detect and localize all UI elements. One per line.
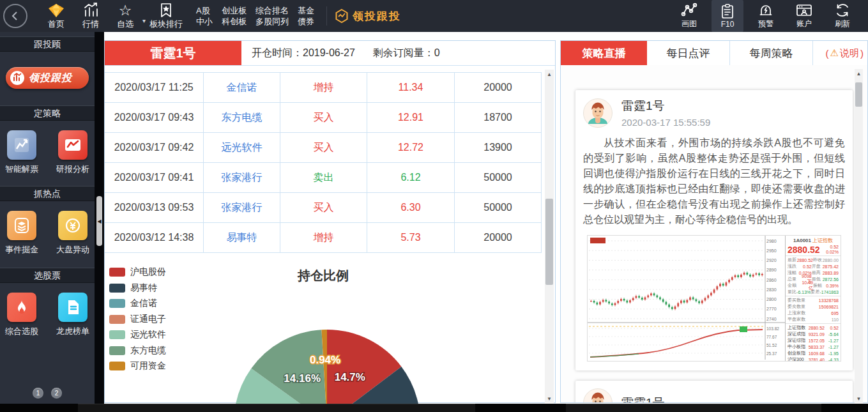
table-row[interactable]: 2020/03/12 14:38易事特增持5.7320000 xyxy=(105,223,542,253)
sidebar-item-smart-analysis[interactable]: 智能解票 xyxy=(1,130,42,175)
pagination-dot[interactable]: 2 xyxy=(51,388,62,399)
right-scrollbar[interactable]: ▲ ▼ xyxy=(855,69,863,403)
pie-percentage-label: 0.94% xyxy=(310,354,340,366)
quote-change: 0.520.02% xyxy=(826,245,839,255)
sidebar-item-report-analysis[interactable]: 研报分析 xyxy=(52,130,93,175)
trade-price: 12.72 xyxy=(367,133,455,162)
scroll-up-arrow[interactable]: ▲ xyxy=(545,70,554,79)
legend-item[interactable]: 可用资金 xyxy=(109,358,166,374)
trade-quantity: 50000 xyxy=(455,193,542,222)
sidebar-item-stock-pick[interactable]: 综合选股 xyxy=(1,293,42,337)
trade-time: 2020/03/13 09:53 xyxy=(105,193,204,222)
trade-quantity: 18700 xyxy=(455,103,542,132)
nav-item-预警[interactable]: 预警 xyxy=(750,0,782,32)
svg-text:2890: 2890 xyxy=(766,268,777,272)
nav-item-刷新[interactable]: 刷新 xyxy=(826,0,858,32)
legend-swatch xyxy=(109,346,125,355)
feed-card: 雷霆1号 xyxy=(575,381,853,402)
nav-item-bookmark-star[interactable]: 板块排行 xyxy=(149,0,183,32)
sidebar-feature-grid: 智能解票研报分析 xyxy=(0,121,95,175)
scroll-up-arrow[interactable]: ▲ xyxy=(855,69,863,78)
nav-item-f10[interactable]: F10 xyxy=(712,0,743,32)
pie-section: 14.7%14.16%0.94% 持仓比例 沪电股份易事特金信诺证通电子远光软件… xyxy=(105,253,542,404)
index-row: 深证综指1572.05-1.27 xyxy=(788,337,839,344)
main-scrollbar[interactable]: ▲ ▼ xyxy=(545,70,554,403)
sidebar-pagination: 12 xyxy=(0,388,95,399)
trade-action: 买入 xyxy=(280,193,367,222)
embedded-chart-image[interactable]: 298029502920289028602830280027702740103.… xyxy=(587,235,841,362)
refresh-icon xyxy=(834,3,851,18)
sidebar-item-event-mining[interactable]: 事件掘金 xyxy=(1,211,42,256)
nav-item-label: 刷新 xyxy=(835,19,850,29)
tab-策略直播[interactable]: 策略直播 xyxy=(561,41,647,65)
svg-text:25.37: 25.37 xyxy=(766,351,777,356)
back-button[interactable] xyxy=(3,4,27,28)
table-row[interactable]: 2020/03/17 09:43东方电缆买入12.9118700 xyxy=(105,103,542,133)
strategy-tab[interactable]: 雷霆1号 xyxy=(105,41,241,65)
stock-name-link[interactable]: 张家港行 xyxy=(204,163,280,192)
post-content: 从技术面来看，外围市场的持续杀跌A股也不可避免的受到了影响，虽然A股整体走势还是… xyxy=(583,135,845,227)
legend-label: 易事特 xyxy=(130,282,157,294)
right-panel: 策略直播每日点评每周策略(⚠说明) 雷霆1号2020-03-17 15:55:5… xyxy=(560,40,868,403)
right-scrollbar-thumb[interactable] xyxy=(855,82,862,107)
stock-name-link[interactable]: 易事特 xyxy=(204,223,280,252)
stock-name-link[interactable]: 金信诺 xyxy=(204,73,280,102)
sidebar-item-market-move[interactable]: 大盘异动 xyxy=(52,211,93,256)
nav-item-star[interactable]: ☆自选 xyxy=(109,0,141,32)
table-row[interactable]: 2020/03/17 09:41张家港行卖出6.1250000 xyxy=(105,163,542,193)
nav-group-top[interactable]: A股 xyxy=(196,5,213,16)
follow-invest-cta-button[interactable]: 领投跟投 xyxy=(6,67,89,89)
nav-group-bottom[interactable]: 科创板 xyxy=(222,16,247,27)
sidebar-feature-grid: 事件掘金大盘异动 xyxy=(0,201,95,256)
tab-每周策略[interactable]: 每周策略 xyxy=(730,41,813,65)
sidebar-item-label: 综合选股 xyxy=(5,326,38,337)
legend-label: 远光软件 xyxy=(130,329,166,340)
nav-group-top[interactable]: 综合排名 xyxy=(255,5,289,16)
stock-name-link[interactable]: 东方电缆 xyxy=(204,103,280,132)
sidebar-collapse-handle[interactable]: ◀ xyxy=(96,196,102,246)
legend-item[interactable]: 远光软件 xyxy=(109,327,166,343)
table-row[interactable]: 2020/03/17 11:25金信诺增持11.3420000 xyxy=(105,73,542,103)
tab-每日点评[interactable]: 每日点评 xyxy=(647,41,730,65)
scroll-down-arrow[interactable]: ▼ xyxy=(545,394,554,403)
nav-group-bottom[interactable]: 中小 xyxy=(196,16,213,27)
legend-item[interactable]: 沪电股份 xyxy=(109,264,166,280)
sidebar-item-ranking-list[interactable]: 龙虎榜单 xyxy=(52,293,93,337)
bookmark-star-icon xyxy=(159,3,173,18)
legend-item[interactable]: 易事特 xyxy=(109,280,166,296)
note-link[interactable]: (⚠说明) xyxy=(826,41,864,65)
nav-group-bottom[interactable]: 债券 xyxy=(298,16,314,27)
legend-swatch xyxy=(109,299,125,308)
trade-quantity: 20000 xyxy=(455,73,542,102)
nav-group-top[interactable]: 基金 xyxy=(298,5,314,16)
pagination-dot[interactable]: 1 xyxy=(33,388,43,399)
table-row[interactable]: 2020/03/13 09:53张家港行买入6.3050000 xyxy=(105,193,542,223)
legend-item[interactable]: 东方电缆 xyxy=(109,343,166,359)
nav-item-diamond[interactable]: 首页 xyxy=(40,0,72,32)
stock-name-link[interactable]: 远光软件 xyxy=(204,133,280,162)
nav-item-market-chart[interactable]: 行情 xyxy=(75,0,107,32)
stock-name-link[interactable]: 张家港行 xyxy=(204,193,280,222)
legend-label: 沪电股份 xyxy=(130,266,166,278)
trade-action: 买入 xyxy=(280,103,367,132)
quote-row: 涨跌0.52开盘2875.42 xyxy=(788,263,839,270)
sidebar-section-title: 定策略 xyxy=(0,105,95,121)
nav-group-bottom[interactable]: 多股同列 xyxy=(255,16,289,27)
legend-item[interactable]: 金信诺 xyxy=(109,296,166,312)
table-row[interactable]: 2020/03/17 09:42远光软件买入12.7213900 xyxy=(105,133,542,163)
main-scrollbar-thumb[interactable] xyxy=(545,199,553,285)
avatar xyxy=(583,98,613,128)
legend-item[interactable]: 证通电子 xyxy=(109,312,166,328)
nav-item-账户[interactable]: 账户 xyxy=(788,0,820,32)
top-navbar: 首页行情☆自选▾板块排行 A股中小创业板科创板综合排名多股同列基金债券 领投跟投… xyxy=(0,0,868,32)
chevron-down-icon[interactable]: ▾ xyxy=(142,17,146,24)
trade-price: 6.12 xyxy=(367,163,455,192)
svg-text:2920: 2920 xyxy=(766,258,777,263)
quote-row: 委卖数量15069821 xyxy=(788,303,839,310)
scroll-down-arrow[interactable]: ▼ xyxy=(855,394,863,403)
trade-action: 卖出 xyxy=(280,163,367,192)
nav-group-top[interactable]: 创业板 xyxy=(222,5,247,16)
smart-analysis-icon xyxy=(7,130,36,160)
quote-row: 委买数量13328768 xyxy=(788,297,839,303)
nav-item-画图[interactable]: 画图 xyxy=(673,0,705,32)
